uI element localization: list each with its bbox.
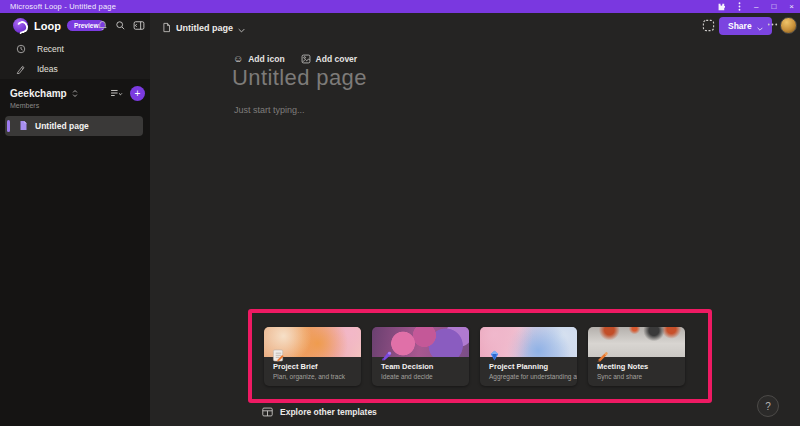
loop-logo-icon (13, 18, 28, 33)
share-button-label: Share (728, 21, 752, 31)
template-title: Project Brief (273, 362, 318, 371)
template-card-meeting-notes[interactable]: Meeting Notes Sync and share (588, 327, 685, 386)
breadcrumb[interactable]: Untitled page (162, 19, 245, 37)
more-options-icon[interactable] (767, 23, 778, 26)
window-title: Microsoft Loop - Untitled page (10, 2, 116, 11)
template-card-project-brief[interactable]: Project Brief Plan, organize, and track (264, 327, 361, 386)
loop-component-icon[interactable] (702, 19, 715, 32)
kebab-menu-icon[interactable] (738, 2, 741, 11)
window-controls: – □ × (716, 0, 794, 13)
pencil-icon (596, 349, 609, 362)
template-title: Team Decision (381, 362, 433, 371)
breadcrumb-page-label: Untitled page (176, 23, 233, 33)
templates-grid-icon (262, 403, 273, 421)
template-title: Project Planning (489, 362, 548, 371)
add-icon-label: Add icon (248, 54, 284, 64)
workspace-header: Geekchamp + (10, 85, 145, 101)
workspace-name[interactable]: Geekchamp (10, 88, 67, 99)
extensions-puzzle-icon[interactable] (716, 3, 725, 11)
workspace-panel: Geekchamp + Members Untitled page (0, 79, 150, 426)
page-document-icon (19, 117, 28, 135)
search-icon[interactable] (114, 19, 127, 32)
chevron-down-icon (757, 17, 763, 35)
window-titlebar: Microsoft Loop - Untitled page – □ × (0, 0, 800, 13)
add-page-button[interactable]: + (130, 86, 145, 101)
smiley-icon: ☺ (233, 54, 243, 64)
sidebar-item-label: Recent (37, 44, 64, 54)
main-area: Untitled page Share ☺ Add icon (150, 13, 800, 426)
selected-indicator (7, 120, 10, 132)
collapse-pane-icon[interactable] (132, 19, 145, 32)
template-subtitle: Sync and share (597, 373, 642, 380)
sidebar-item-recent[interactable]: Recent (0, 39, 150, 59)
template-card-project-planning[interactable]: Project Planning Aggregate for understan… (480, 327, 577, 386)
template-subtitle: Plan, organize, and track (273, 373, 345, 380)
template-card-team-decision[interactable]: Team Decision Ideate and decide (372, 327, 469, 386)
add-cover-label: Add cover (316, 54, 358, 64)
clock-icon (16, 40, 26, 58)
diamond-icon (488, 349, 501, 362)
user-avatar[interactable] (780, 17, 797, 34)
explore-templates-button[interactable]: Explore other templates (262, 403, 377, 421)
page-document-icon (162, 19, 171, 37)
workspace-members-label[interactable]: Members (10, 102, 39, 109)
sidebar-page-item-selected[interactable]: Untitled page (5, 116, 143, 136)
notifications-bell-icon[interactable] (96, 19, 109, 32)
memo-icon (272, 349, 285, 362)
workspace-switcher-icon[interactable] (71, 89, 79, 98)
decision-horn-icon (380, 349, 393, 362)
close-button[interactable]: × (789, 0, 794, 13)
view-options-icon[interactable] (110, 88, 123, 98)
loop-app-window: Microsoft Loop - Untitled page – □ × Loo… (0, 0, 800, 426)
sidebar-item-label: Ideas (37, 64, 58, 74)
templates-highlight-box: Project Brief Plan, organize, and track … (248, 309, 712, 403)
app-brand: Loop Preview (13, 18, 105, 33)
template-title: Meeting Notes (597, 362, 648, 371)
pen-icon (16, 60, 26, 78)
sidebar-page-label: Untitled page (35, 121, 89, 131)
maximize-button[interactable]: □ (771, 0, 776, 13)
template-subtitle: Ideate and decide (381, 373, 433, 380)
explore-templates-label: Explore other templates (280, 407, 377, 417)
template-subtitle: Aggregate for understanding an... (489, 373, 577, 380)
sidebar-toolbar (96, 19, 145, 32)
page-title-input[interactable]: Untitled page (232, 65, 367, 91)
minimize-button[interactable]: – (754, 0, 758, 13)
chevron-down-icon (238, 19, 245, 37)
share-button[interactable]: Share (719, 17, 772, 35)
help-button[interactable]: ? (757, 395, 779, 417)
sidebar-item-ideas[interactable]: Ideas (0, 59, 150, 79)
sidebar: Loop Preview Recent Ideas (0, 13, 150, 426)
typing-hint[interactable]: Just start typing... (234, 105, 305, 115)
app-name: Loop (34, 20, 61, 32)
